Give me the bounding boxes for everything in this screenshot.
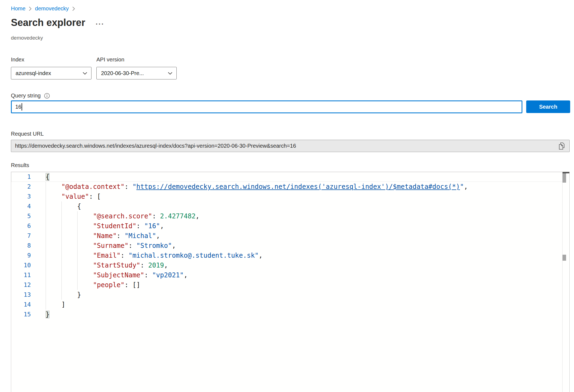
breadcrumb-home-link[interactable]: Home [11, 5, 25, 12]
code-line: 15} [11, 310, 569, 319]
query-input-value: 16 [15, 104, 21, 110]
chevron-down-icon [168, 72, 173, 75]
overview-ruler-marker [563, 255, 566, 261]
code-line: 3 "value": [ [11, 192, 569, 201]
code-line: 4 { [11, 201, 569, 211]
copy-icon [558, 142, 565, 150]
copy-button[interactable] [558, 142, 566, 150]
overview-ruler [562, 172, 569, 392]
query-input[interactable]: 16 [11, 100, 522, 113]
code-line: 10 "StartStudy": 2019, [11, 260, 569, 270]
request-url-field[interactable]: https://demovedecky.search.windows.net/i… [11, 140, 570, 152]
code-line: 6 "StudentId": "16", [11, 221, 569, 231]
index-dropdown[interactable]: azuresql-index [11, 67, 91, 79]
code-line: 2 "@odata.context": "https://demovedecky… [11, 182, 569, 192]
results-label: Results [11, 162, 29, 168]
results-code: 1{2 "@odata.context": "https://demovedec… [11, 172, 569, 319]
query-string-label: Query string [11, 93, 41, 99]
page-title: Search explorer [11, 17, 85, 28]
breadcrumb: Home demovedecky [11, 5, 75, 12]
vertical-scrollbar-thumb[interactable] [563, 173, 566, 183]
code-line: 9 "Email": "michal.stromko@.student.tuke… [11, 251, 569, 260]
request-url-label: Request URL [11, 131, 44, 137]
info-icon[interactable] [44, 93, 50, 99]
index-dropdown-value: azuresql-index [16, 70, 51, 76]
code-line: 8 "Surname": "Stromko", [11, 241, 569, 251]
api-version-label: API version [96, 57, 124, 63]
api-version-dropdown-value: 2020-06-30-Pre... [101, 70, 144, 76]
index-label: Index [11, 57, 24, 63]
code-line: 14 ] [11, 300, 569, 310]
api-version-dropdown[interactable]: 2020-06-30-Pre... [96, 67, 177, 79]
code-line: 13 } [11, 290, 569, 300]
search-explorer-page: Home demovedecky Search explorer ··· dem… [0, 0, 574, 392]
chevron-right-icon [72, 6, 75, 11]
request-url-value: https://demovedecky.search.windows.net/i… [15, 143, 558, 149]
code-line: 5 "@search.score": 2.4277482, [11, 211, 569, 221]
page-subtitle: demovedecky [11, 35, 43, 41]
search-button[interactable]: Search [526, 100, 570, 113]
code-line: 1{ [11, 172, 569, 182]
code-line: 12 "people": [] [11, 280, 569, 290]
code-line: 7 "Name": "Michal", [11, 231, 569, 241]
chevron-down-icon [82, 72, 87, 75]
chevron-right-icon [29, 6, 32, 11]
code-line: 11 "SubjectName": "vp2021", [11, 270, 569, 280]
more-options-button[interactable]: ··· [96, 19, 104, 27]
text-cursor [22, 103, 22, 111]
results-editor[interactable]: 1{2 "@odata.context": "https://demovedec… [11, 172, 570, 392]
breadcrumb-service-link[interactable]: demovedecky [35, 5, 69, 12]
